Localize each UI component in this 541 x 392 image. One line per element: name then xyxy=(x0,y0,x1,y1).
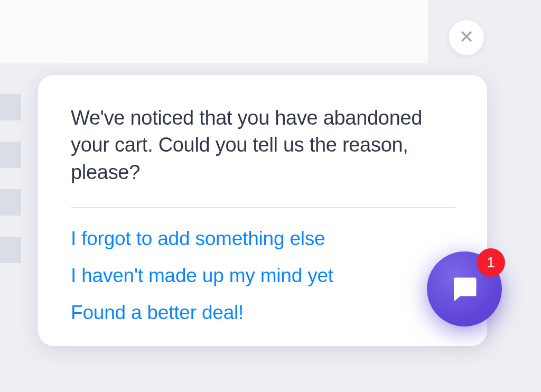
close-button[interactable] xyxy=(449,20,484,55)
close-icon xyxy=(459,29,474,46)
option-forgot-add[interactable]: I forgot to add something else xyxy=(71,228,455,250)
notification-badge: 1 xyxy=(477,248,505,277)
background-stripe xyxy=(0,142,21,168)
popup-options: I forgot to add something else I haven't… xyxy=(71,228,455,324)
background-panel xyxy=(0,0,428,63)
option-not-decided[interactable]: I haven't made up my mind yet xyxy=(71,265,455,287)
chat-icon xyxy=(449,270,480,307)
background-stripe xyxy=(0,189,21,216)
chat-launcher-button[interactable]: 1 xyxy=(427,251,502,326)
background-stripe xyxy=(0,237,21,263)
divider xyxy=(71,207,455,208)
background-stripe xyxy=(0,94,21,120)
popup-message: We've noticed that you have abandoned yo… xyxy=(71,105,455,186)
option-better-deal[interactable]: Found a better deal! xyxy=(71,302,455,324)
badge-count: 1 xyxy=(487,254,495,271)
abandoned-cart-popup: We've noticed that you have abandoned yo… xyxy=(38,75,487,346)
